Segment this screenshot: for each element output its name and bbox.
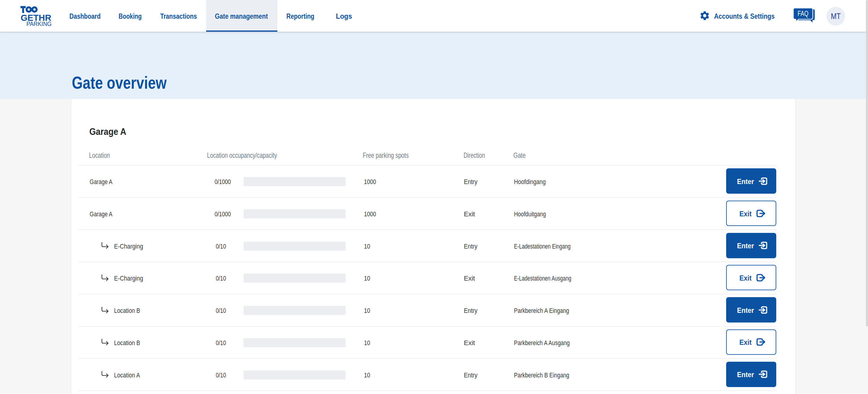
svg-text:FAQ: FAQ: [798, 9, 809, 18]
svg-text:PARKING: PARKING: [27, 21, 52, 27]
